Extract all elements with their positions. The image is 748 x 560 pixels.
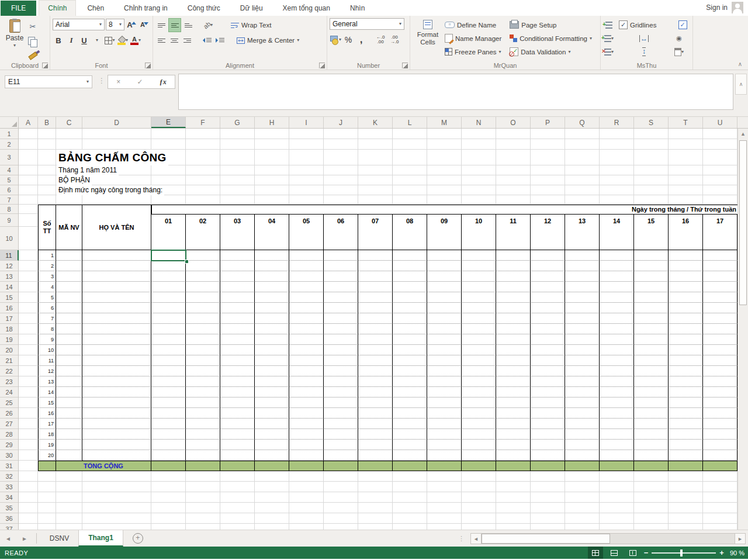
hoten-cell[interactable] [82,261,151,271]
column-header-H[interactable]: H [255,117,289,128]
manv-cell[interactable] [56,292,82,303]
row-header-23[interactable]: 23 [0,376,18,387]
day-cell[interactable] [669,271,703,282]
day-cell[interactable] [703,303,737,313]
day-cell[interactable] [565,376,600,387]
zoom-out-button[interactable]: − [644,548,649,557]
row-header-37[interactable]: 37 [0,524,18,530]
day-cell[interactable] [496,419,531,429]
row-header-20[interactable]: 20 [0,345,18,355]
day-cell[interactable] [151,440,186,450]
manv-cell[interactable] [56,397,82,408]
day-cell[interactable] [634,250,669,261]
row-header-12[interactable]: 12 [0,261,18,271]
manv-cell[interactable] [56,450,82,461]
day-cell[interactable] [358,408,393,419]
row-header-32[interactable]: 32 [0,471,18,482]
day-cell[interactable] [358,397,393,408]
row-header-18[interactable]: 18 [0,324,18,334]
day-cell[interactable] [462,292,496,303]
manv-cell[interactable] [56,345,82,355]
day-cell[interactable] [255,429,289,440]
insert-rows-button[interactable]: +▾ [603,32,615,45]
day-cell[interactable] [220,250,255,261]
day-cell[interactable] [186,376,220,387]
manv-cell[interactable] [56,313,82,324]
manv-cell[interactable] [56,334,82,345]
day-cell[interactable] [324,397,358,408]
day-cell[interactable] [462,419,496,429]
day-cell[interactable] [358,376,393,387]
day-cell[interactable] [358,261,393,271]
day-cell[interactable] [531,250,565,261]
day-cell[interactable] [703,408,737,419]
day-cell[interactable] [531,397,565,408]
stt-cell[interactable]: 14 [38,387,56,397]
stt-cell[interactable]: 10 [38,345,56,355]
grow-font-button[interactable]: A [126,18,137,31]
day-cell[interactable] [703,440,737,450]
row-header-8[interactable]: 8 [0,205,18,214]
day-cell[interactable] [186,292,220,303]
day-cell[interactable] [669,419,703,429]
day-cell[interactable] [186,261,220,271]
day-cell[interactable] [565,440,600,450]
day-cell[interactable] [393,429,427,440]
day-cell[interactable] [531,429,565,440]
row-header-3[interactable]: 3 [0,150,18,165]
day-cell[interactable] [324,303,358,313]
align-left-button[interactable] [155,34,167,47]
column-header-S[interactable]: S [634,117,669,128]
day-cell[interactable] [496,271,531,282]
day-cell[interactable] [393,271,427,282]
day-cell[interactable] [531,376,565,387]
day-cell[interactable] [634,419,669,429]
day-cell[interactable] [462,355,496,366]
day-cell[interactable] [289,292,324,303]
day-cell[interactable] [324,450,358,461]
day-cell[interactable] [531,292,565,303]
manv-cell[interactable] [56,376,82,387]
day-cell[interactable] [427,429,462,440]
day-cell[interactable] [358,303,393,313]
day-cell[interactable] [427,419,462,429]
day-cell[interactable] [255,250,289,261]
column-header-G[interactable]: G [220,117,255,128]
manv-cell[interactable] [56,271,82,282]
align-right-button[interactable] [181,34,193,47]
page-setup-button[interactable]: Page Setup [508,18,594,32]
day-cell[interactable] [496,397,531,408]
day-cell[interactable] [565,397,600,408]
day-cell[interactable] [151,429,186,440]
day-cell[interactable] [600,450,634,461]
day-cell[interactable] [703,387,737,397]
new-sheet-button[interactable]: + [133,533,143,544]
manv-cell[interactable] [56,366,82,376]
day-cell[interactable] [496,345,531,355]
stt-cell[interactable]: 2 [38,261,56,271]
day-cell[interactable] [289,324,324,334]
day-cell[interactable] [634,366,669,376]
day-cell[interactable] [324,345,358,355]
day-cell[interactable] [289,450,324,461]
number-dialog-launcher-icon[interactable] [402,63,408,68]
day-cell[interactable] [289,313,324,324]
day-cell[interactable] [462,376,496,387]
day-cell[interactable] [634,261,669,271]
day-cell[interactable] [358,440,393,450]
day-cell[interactable] [634,429,669,440]
day-cell[interactable] [669,313,703,324]
day-cell[interactable] [289,271,324,282]
day-cell[interactable] [462,303,496,313]
column-header-F[interactable]: F [186,117,220,128]
hoten-cell[interactable] [82,282,151,292]
day-cell[interactable] [600,440,634,450]
day-cell[interactable] [220,429,255,440]
manv-cell[interactable] [56,250,82,261]
day-cell[interactable] [427,324,462,334]
stt-cell[interactable]: 15 [38,397,56,408]
cut-button[interactable]: ✂ [27,20,39,33]
hoten-cell[interactable] [82,450,151,461]
day-cell[interactable] [289,334,324,345]
row-header-16[interactable]: 16 [0,303,18,313]
